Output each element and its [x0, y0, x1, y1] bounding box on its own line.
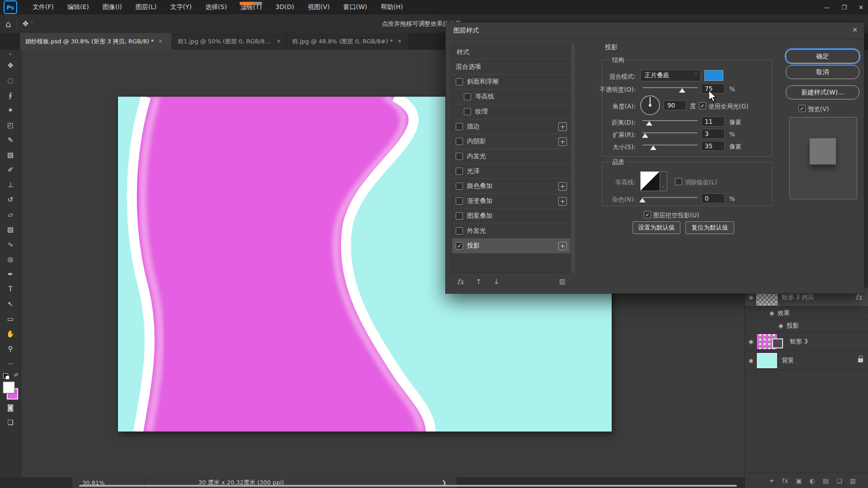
eyedropper-tool[interactable]: ✎: [4, 132, 17, 147]
shape-tool[interactable]: ▭: [4, 311, 17, 326]
add-effect-icon[interactable]: +: [558, 242, 567, 250]
knockout-checkbox[interactable]: ✓: [644, 211, 651, 218]
ok-button[interactable]: 确定: [786, 49, 859, 63]
style-item-outer-glow[interactable]: 外发光: [452, 224, 571, 239]
fx-menu-button[interactable]: fx: [457, 277, 464, 286]
close-window-button[interactable]: ✕: [859, 4, 863, 11]
layer-row[interactable]: ◉ 矩形 3: [745, 332, 868, 351]
tab-document-2[interactable]: 前1.jpg @ 50% (图层 0, RGB/8#) * ✕: [172, 33, 287, 50]
style-item-blending-options[interactable]: 混合选项: [452, 60, 571, 75]
eye-icon[interactable]: ◉: [745, 294, 757, 300]
close-tab-icon[interactable]: ✕: [397, 38, 401, 44]
style-item-color-overlay[interactable]: 颜色叠加+: [452, 179, 571, 194]
horizontal-scrollbar[interactable]: [79, 485, 737, 487]
layer-group-icon[interactable]: ▤: [823, 477, 829, 484]
style-item-pattern-overlay[interactable]: 图案叠加: [452, 209, 571, 224]
style-item-stroke[interactable]: 描边+: [452, 119, 571, 134]
gradient-tool[interactable]: ▨: [4, 222, 17, 237]
style-checkbox[interactable]: [456, 78, 463, 85]
layer-style-icon[interactable]: fx: [782, 477, 788, 484]
screen-mode-button[interactable]: ❏: [4, 415, 17, 430]
style-checkbox[interactable]: [456, 183, 463, 190]
minimize-button[interactable]: —: [824, 4, 830, 11]
dialog-title-bar[interactable]: 图层样式: [446, 23, 864, 39]
tab-document-3[interactable]: 前.jpg @ 48.8% (图层 0, RGB/8#) * ✕: [287, 33, 409, 50]
foreground-color-swatch[interactable]: [3, 382, 14, 393]
swap-colors-icon[interactable]: ⇄: [14, 372, 18, 378]
opacity-slider[interactable]: [642, 86, 698, 93]
zoom-tool[interactable]: ⚲: [4, 341, 17, 356]
cancel-button[interactable]: 取消: [786, 65, 859, 79]
style-checkbox[interactable]: [456, 168, 463, 175]
lasso-tool[interactable]: ∮: [4, 88, 17, 103]
set-default-button[interactable]: 设置为默认值: [632, 221, 680, 234]
close-dialog-icon[interactable]: ✕: [852, 26, 858, 33]
angle-field[interactable]: 90: [664, 100, 686, 110]
layer-mask-icon[interactable]: ▣: [796, 477, 802, 484]
adjustment-layer-icon[interactable]: ◐: [810, 477, 815, 484]
style-checkbox[interactable]: [464, 108, 471, 115]
style-item-contour[interactable]: 等高线: [452, 89, 571, 104]
chevron-down-icon[interactable]: ˅: [31, 21, 33, 27]
shadow-color-swatch[interactable]: [704, 70, 723, 81]
effect-item-row[interactable]: ◉ 投影: [745, 319, 868, 332]
menu-item[interactable]: 选择(S): [205, 3, 227, 11]
move-effect-down-icon[interactable]: ↓: [493, 277, 499, 286]
style-checkbox[interactable]: [456, 227, 463, 235]
layer-thumbnail[interactable]: [757, 353, 777, 368]
preview-checkbox[interactable]: ✓: [798, 105, 806, 112]
magic-wand-tool[interactable]: ✶: [4, 103, 17, 117]
eye-icon[interactable]: ◉: [775, 323, 787, 329]
style-item-bevel-emboss[interactable]: 斜面和浮雕: [452, 75, 571, 89]
spread-field[interactable]: 3: [701, 129, 725, 139]
noise-field[interactable]: 0: [701, 193, 725, 203]
move-effect-up-icon[interactable]: ↑: [476, 277, 481, 286]
add-effect-icon[interactable]: +: [558, 137, 567, 146]
add-effect-icon[interactable]: +: [558, 182, 567, 191]
blend-mode-dropdown[interactable]: 正片叠底 ˅: [640, 70, 701, 81]
eye-icon[interactable]: ◉: [745, 338, 757, 345]
restore-button[interactable]: ❐: [841, 4, 847, 11]
hand-tool[interactable]: ✋: [4, 326, 17, 341]
menu-item[interactable]: 编辑(E): [67, 3, 89, 11]
global-light-checkbox[interactable]: ✓: [699, 102, 706, 109]
style-checkbox[interactable]: [456, 212, 463, 220]
effects-row[interactable]: ◉ 效果: [745, 307, 868, 319]
style-checkbox[interactable]: [464, 93, 471, 100]
close-tab-icon[interactable]: ✕: [277, 38, 281, 44]
menu-item[interactable]: 视图(V): [308, 3, 330, 11]
angle-dial[interactable]: [640, 95, 660, 115]
size-slider[interactable]: [642, 144, 698, 150]
contour-picker[interactable]: [640, 171, 660, 191]
menu-item[interactable]: 图层(L): [136, 3, 157, 11]
reset-default-button[interactable]: 复位为默认值: [685, 221, 734, 234]
brush-tool[interactable]: ✐: [4, 162, 17, 177]
eye-icon[interactable]: ◉: [745, 357, 757, 364]
style-checkbox[interactable]: [456, 197, 463, 205]
path-selection-tool[interactable]: ↖: [4, 296, 17, 311]
style-item-texture[interactable]: 纹理: [452, 104, 571, 119]
noise-slider[interactable]: [642, 196, 698, 202]
dodge-tool[interactable]: ◎: [4, 252, 17, 267]
close-tab-icon[interactable]: ✕: [158, 38, 162, 44]
distance-slider[interactable]: [642, 119, 698, 126]
crop-tool[interactable]: ◰: [4, 117, 17, 132]
new-style-button[interactable]: 新建样式(W)...: [786, 85, 859, 99]
clone-stamp-tool[interactable]: ⊥: [4, 177, 17, 192]
vector-mask-thumbnail[interactable]: [772, 338, 783, 348]
size-field[interactable]: 35: [701, 141, 725, 151]
contour-dropdown-icon[interactable]: ˅: [660, 171, 667, 191]
history-brush-tool[interactable]: ↺: [4, 192, 17, 207]
marquee-tool[interactable]: ◌: [4, 73, 17, 88]
eye-icon[interactable]: ◉: [766, 310, 778, 316]
spread-slider[interactable]: [642, 131, 698, 138]
tab-document-1[interactable]: 婚纱模板.psd @ 30.8% (矩形 3 拷贝, RGB/8) * ✕: [20, 33, 172, 50]
smudge-tool[interactable]: ∿: [4, 237, 17, 252]
menu-item[interactable]: 帮助(H): [381, 3, 403, 11]
menu-item[interactable]: 文字(Y): [170, 3, 192, 11]
edit-toolbar[interactable]: ⋯: [4, 356, 17, 371]
style-list-scrollbar[interactable]: [571, 44, 575, 273]
antialias-checkbox[interactable]: [675, 178, 682, 185]
quick-mask-button[interactable]: ◙: [4, 400, 17, 415]
style-checkbox[interactable]: [456, 138, 463, 145]
